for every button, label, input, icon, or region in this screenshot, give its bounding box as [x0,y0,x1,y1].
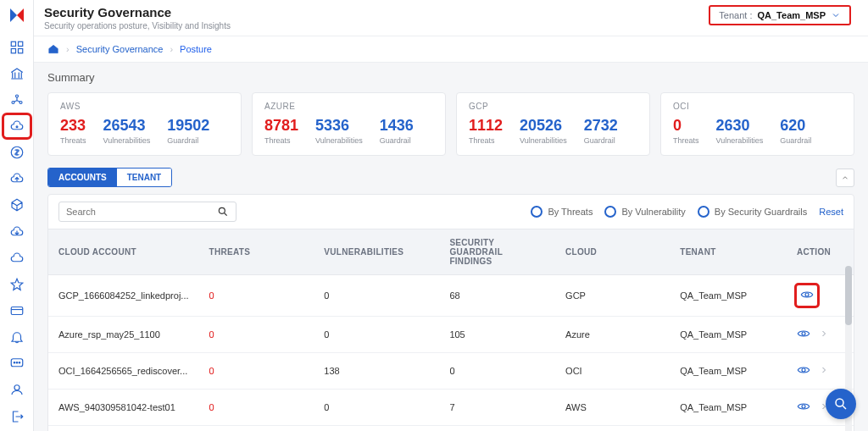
cell-tenant: QA_Team_MSP [670,275,787,317]
cell-action [787,426,854,432]
svg-point-4 [15,95,18,97]
svg-point-11 [14,362,15,364]
tenant-value: QA_Team_MSP [758,10,826,20]
search-input-wrap [58,202,236,222]
radio-by-threats[interactable]: By Threats [531,206,593,218]
accounts-table: CLOUD ACCOUNT THREATS VULNERABILITIES SE… [48,229,854,431]
svg-point-14 [14,385,19,390]
cell-vulns: 0 [314,317,439,353]
cell-findings: 0 [439,353,555,390]
table-row: OCI_1664256565_rediscover...01380OCIQA_T… [48,353,854,390]
nav-cloud-icon[interactable] [3,246,31,269]
expand-row-icon[interactable] [819,365,829,377]
caret-up-icon [841,174,849,182]
tenant-selector[interactable]: Tenant : QA_Team_MSP [709,5,851,25]
cell-threats: 0 [199,317,314,353]
summary-card-azure[interactable]: AZURE 8781Threats 5336Vulnerabilities 14… [252,92,446,156]
cell-tenant: QA_Team_MSP [670,426,787,432]
svg-point-18 [802,368,805,372]
nav-card-icon[interactable] [3,299,31,322]
tenant-label: Tenant : [719,10,752,20]
svg-point-13 [19,362,20,364]
page-title: Security Governance [44,5,231,19]
card-provider: GCP [469,102,637,111]
view-action-icon[interactable] [797,285,817,306]
nav-network-icon[interactable] [3,88,31,111]
nav-bank-icon[interactable] [3,62,31,85]
table-row: AWS_940309581042-test01007AWSQA_Team_MSP [48,390,854,426]
page-subtitle: Security operations posture, Visibility … [44,21,231,30]
nav-logout-icon[interactable] [3,405,31,428]
cell-findings: 7 [439,390,555,426]
summary-card-oci[interactable]: OCI 0Threats 2630Vulnerabilities 620Guar… [660,92,854,156]
nav-dashboard-icon[interactable] [3,36,31,58]
reset-link[interactable]: Reset [819,207,843,217]
view-action-icon[interactable] [797,363,810,379]
cell-vulns: 0 [314,390,439,426]
search-input[interactable] [66,207,217,217]
home-icon[interactable] [47,43,59,55]
tab-accounts[interactable]: ACCOUNTS [48,169,117,186]
col-account: CLOUD ACCOUNT [48,229,199,275]
nav-bell-icon[interactable] [3,326,31,349]
cell-action [787,353,854,390]
scope-tabs: ACCOUNTS TENANT [47,168,172,187]
search-fab-button[interactable] [826,389,856,419]
nav-cost-icon[interactable] [3,141,31,164]
scroll-thumb[interactable] [845,266,852,325]
top-bar: Security Governance Security operations … [34,0,868,36]
cell-threats: 0 [199,275,314,317]
cell-action [787,317,854,353]
radio-by-vulnerability[interactable]: By Vulnerability [604,206,685,218]
breadcrumb-current: Posture [180,44,212,54]
cell-vulns: 2 [314,426,439,432]
nav-chat-icon[interactable] [3,352,31,375]
nav-cloud-down-icon[interactable] [3,220,31,243]
summary-card-gcp[interactable]: GCP 1112Threats 20526Vulnerabilities 273… [456,92,650,156]
cell-action [787,275,854,317]
nav-star-icon[interactable] [3,273,31,296]
app-logo [7,5,27,25]
svg-rect-0 [11,41,15,46]
cell-account: Azure_rsp_may25_1100 [48,317,199,353]
search-icon [833,396,849,412]
nav-cloud-key-icon[interactable] [3,114,31,137]
svg-rect-9 [11,307,23,314]
table-row: Azure_rsp_may25_110000105AzureQA_Team_MS… [48,317,854,353]
svg-point-23 [836,399,843,406]
cell-cloud: Azure [555,317,670,353]
col-action: ACTION [787,229,854,275]
collapse-button[interactable] [836,169,854,187]
card-provider: OCI [673,102,842,111]
metric-guardrail: 19502 [167,118,209,133]
view-action-icon[interactable] [797,327,810,342]
cell-cloud: AWS [555,390,670,426]
svg-rect-2 [11,48,15,52]
cell-account: AWS_for_alert_test [48,426,199,432]
svg-point-15 [219,207,225,213]
breadcrumb-link-1[interactable]: Security Governance [76,44,164,54]
cell-cloud: AWS [555,426,670,432]
nav-user-icon[interactable] [3,379,31,401]
tab-tenant[interactable]: TENANT [117,169,172,186]
view-action-icon[interactable] [797,400,810,415]
summary-card-aws[interactable]: AWS 233Threats 26543Vulnerabilities 1950… [47,92,242,156]
breadcrumb: › Security Governance › Posture [34,36,868,63]
cell-cloud: GCP [555,275,670,317]
radio-by-guardrails[interactable]: By Security Guardrails [698,206,807,218]
table-row: GCP_1666084252_linkedproj...0068GCPQA_Te… [48,275,854,317]
cell-threats: 0 [199,426,314,432]
svg-point-17 [802,332,805,335]
metric-threats: 233 [60,118,86,133]
col-vulns: VULNERABILITIES [314,229,439,275]
nav-cloud-up-icon[interactable] [3,168,31,191]
cell-tenant: QA_Team_MSP [670,390,787,426]
cell-cloud: OCI [555,353,670,390]
side-nav [0,0,34,431]
cell-tenant: QA_Team_MSP [670,317,787,353]
svg-point-16 [805,293,809,296]
cell-threats: 0 [199,390,314,426]
expand-row-icon[interactable] [819,329,829,340]
nav-cube-icon[interactable] [3,194,31,217]
metric-vulns: 26543 [103,118,151,133]
